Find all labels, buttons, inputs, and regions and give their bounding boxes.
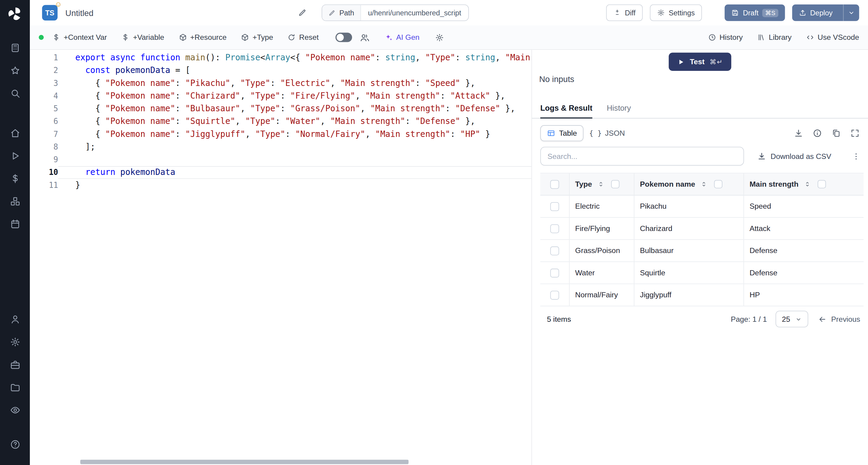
column-checkbox[interactable] <box>714 180 722 188</box>
code-line-4[interactable]: 4 { "Pokemon name": "Charizard", "Type":… <box>30 90 531 103</box>
row-checkbox[interactable] <box>550 290 559 299</box>
row-checkbox[interactable] <box>550 224 559 233</box>
diff-button[interactable]: Diff <box>606 4 643 21</box>
path-value[interactable]: u/henri/unencumbered_script <box>361 5 468 21</box>
page-size-select[interactable]: 25 <box>776 311 808 327</box>
add-variable-button[interactable]: +Variable <box>121 33 164 41</box>
code-line-9[interactable]: 9 <box>30 153 531 166</box>
windmill-logo[interactable] <box>7 5 23 22</box>
clock-icon <box>708 33 716 41</box>
row-select-cell[interactable] <box>540 196 569 217</box>
tab-history[interactable]: History <box>607 104 631 118</box>
sidebar-item-help[interactable] <box>5 435 24 453</box>
sidebar-item-variables[interactable] <box>5 170 24 187</box>
select-all-cell[interactable] <box>540 173 569 195</box>
path-group[interactable]: Path u/henri/unencumbered_script <box>321 4 469 21</box>
sidebar-item-runs[interactable] <box>5 147 24 165</box>
cell-value: Normal/Fairy <box>575 291 618 299</box>
multiplayer-toggle[interactable] <box>336 33 352 42</box>
table-row[interactable]: Grass/PoisonBulbasaurDefense <box>540 240 864 262</box>
code-line-1[interactable]: 1export async function main(): Promise<A… <box>30 52 531 64</box>
row-checkbox[interactable] <box>550 246 559 255</box>
column-header[interactable]: Type <box>569 173 634 195</box>
settings-label: Settings <box>669 8 695 17</box>
row-checkbox[interactable] <box>550 202 559 210</box>
column-checkbox[interactable] <box>817 180 826 188</box>
ai-gen-button[interactable]: AI Gen <box>384 33 420 41</box>
deploy-main-segment[interactable]: Deploy <box>792 4 839 21</box>
code-line-5[interactable]: 5 { "Pokemon name": "Bulbasaur", "Type":… <box>30 103 531 115</box>
code-line-11[interactable]: 11} <box>30 179 531 192</box>
library-button[interactable]: Library <box>757 33 792 41</box>
row-select-cell[interactable] <box>540 240 569 261</box>
result-search-input[interactable] <box>540 147 744 166</box>
table-row[interactable]: Fire/FlyingCharizardAttack <box>540 218 864 240</box>
code-line-8[interactable]: 8 ]; <box>30 141 531 153</box>
sidebar-item-workers[interactable] <box>5 355 24 373</box>
sidebar-item-resources[interactable] <box>5 192 24 210</box>
vscode-icon <box>806 33 814 41</box>
select-all-checkbox[interactable] <box>550 180 559 188</box>
code-line-2[interactable]: 2 const pokemonData = [ <box>30 64 531 77</box>
deploy-dropdown-button[interactable] <box>843 4 859 21</box>
view-table-button[interactable]: Table <box>540 125 584 141</box>
add-context-var-button[interactable]: +Context Var <box>52 33 107 41</box>
result-tabs: Logs & Result History <box>532 104 868 118</box>
editor-settings-button[interactable] <box>434 32 445 43</box>
sidebar-item-folders[interactable] <box>5 378 24 396</box>
result-info-button[interactable] <box>812 127 824 139</box>
expand-result-button[interactable] <box>849 127 861 139</box>
draft-button[interactable]: Draft ⌘S <box>724 4 784 21</box>
column-checkbox[interactable] <box>611 180 619 188</box>
view-json-button[interactable]: { } JSON <box>584 125 630 141</box>
edit-summary-button[interactable] <box>297 7 308 19</box>
sidebar-item-account[interactable] <box>5 310 24 328</box>
line-number: 4 <box>30 90 58 103</box>
code-line-6[interactable]: 6 { "Pokemon name": "Squirtle", "Type": … <box>30 115 531 128</box>
scrollbar-thumb[interactable] <box>80 460 408 464</box>
reset-button[interactable]: Reset <box>287 33 318 41</box>
add-type-button[interactable]: +Type <box>241 33 273 41</box>
tab-logs-and-result[interactable]: Logs & Result <box>540 104 592 118</box>
sidebar-item-search[interactable] <box>5 84 24 102</box>
sidebar-item-apps[interactable] <box>5 39 24 57</box>
previous-page-button[interactable]: Previous <box>818 315 861 323</box>
history-button[interactable]: History <box>708 33 743 41</box>
add-resource-button[interactable]: +Resource <box>179 33 227 41</box>
table-menu-button[interactable] <box>851 151 861 161</box>
multiplayer-users-button[interactable] <box>359 31 371 43</box>
code-text: { "Pokemon name": "Squirtle", "Type": "W… <box>58 115 531 128</box>
code-line-7[interactable]: 7 { "Pokemon name": "Jigglypuff", "Type"… <box>30 128 531 141</box>
row-select-cell[interactable] <box>540 218 569 239</box>
code-line-10[interactable]: 10 return pokemonData <box>30 166 531 179</box>
sidebar-item-schedules[interactable] <box>5 215 24 233</box>
download-csv-button[interactable]: Download as CSV <box>757 152 831 161</box>
code-line-3[interactable]: 3 { "Pokemon name": "Pikachu", "Type": "… <box>30 77 531 90</box>
table-row[interactable]: WaterSquirtleDefense <box>540 262 864 284</box>
test-row: Test ⌘↵ <box>532 50 868 71</box>
settings-button[interactable]: Settings <box>650 4 702 21</box>
use-vscode-button[interactable]: Use VScode <box>806 33 859 41</box>
column-header[interactable]: Main strength <box>744 173 864 195</box>
star-icon <box>10 65 20 76</box>
sidebar-item-settings[interactable] <box>5 333 24 351</box>
sidebar-item-audit-logs[interactable] <box>5 401 24 419</box>
code-editor[interactable]: 1export async function main(): Promise<A… <box>30 50 531 465</box>
download-result-button[interactable] <box>793 127 804 139</box>
sidebar-item-favorites[interactable] <box>5 61 24 79</box>
path-label[interactable]: Path <box>322 5 361 21</box>
column-header[interactable]: Pokemon name <box>634 173 744 195</box>
table-row[interactable]: Normal/FairyJig​glypuffHP <box>540 284 864 306</box>
test-button[interactable]: Test ⌘↵ <box>669 53 731 71</box>
deploy-button[interactable]: Deploy <box>792 4 859 21</box>
row-select-cell[interactable] <box>540 262 569 284</box>
row-checkbox[interactable] <box>550 268 559 277</box>
horizontal-scrollbar[interactable] <box>75 460 528 464</box>
table-header: TypePokemon nameMain strength <box>540 173 864 196</box>
table-row[interactable]: ElectricPikachuSpeed <box>540 196 864 217</box>
copy-result-button[interactable] <box>830 127 842 139</box>
sidebar-item-home[interactable] <box>5 124 24 142</box>
previous-label: Previous <box>831 315 860 323</box>
cell-value: Charizard <box>640 224 673 233</box>
row-select-cell[interactable] <box>540 284 569 306</box>
